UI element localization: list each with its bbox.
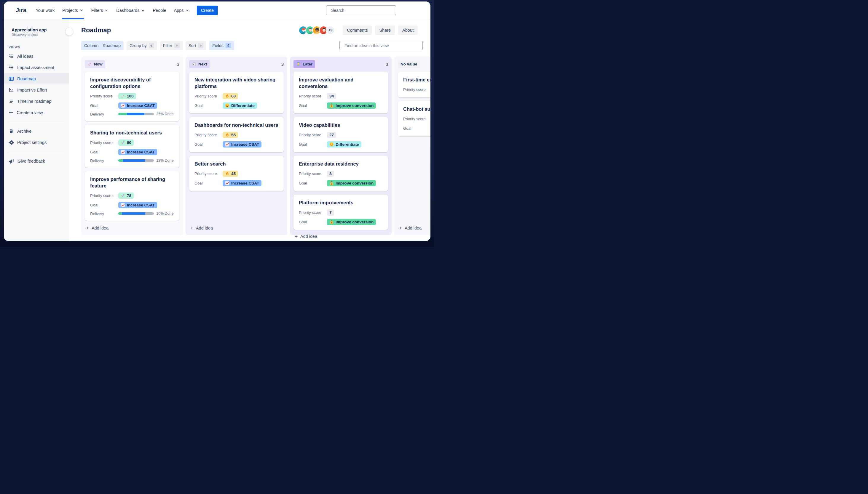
- column-cards: First-time exPriority score6Chat-bot suP…: [398, 72, 431, 136]
- field-label: Goal: [299, 181, 327, 185]
- add-idea-button[interactable]: +Add idea: [85, 221, 179, 232]
- find-idea-input[interactable]: [344, 43, 420, 48]
- field-label: Goal: [403, 126, 431, 131]
- sidebar-item-roadmap[interactable]: Roadmap: [4, 73, 69, 84]
- goal-badge: Increase CSAT: [118, 149, 157, 155]
- chip-sort[interactable]: Sort+: [185, 41, 206, 50]
- nav-item-people[interactable]: People: [153, 1, 166, 19]
- global-search-input[interactable]: [331, 8, 393, 13]
- priority-score-badge: 45: [223, 171, 238, 177]
- idea-card[interactable]: Better searchPriority score45GoalIncreas…: [189, 156, 284, 191]
- sidebar-item-timeline-roadmap[interactable]: Timeline roadmap: [4, 96, 69, 107]
- nav-item-dashboards[interactable]: Dashboards: [116, 1, 145, 19]
- idea-card[interactable]: Video capabilitiesPriority score27Goal★★…: [293, 117, 388, 152]
- about-button[interactable]: About: [398, 25, 418, 35]
- plus-icon: +: [295, 234, 297, 239]
- chip-filter[interactable]: Filter+: [160, 41, 183, 50]
- sidebar-item-project-settings[interactable]: Project settings: [4, 137, 69, 148]
- priority-score-row: Priority score78: [90, 192, 174, 199]
- idea-card[interactable]: Platform improvementsPriority score7Goal…: [293, 194, 388, 230]
- sidebar-item-label: Create a view: [17, 110, 43, 115]
- column-grouping-chip[interactable]: Column Roadmap: [81, 41, 124, 50]
- svg-text:★: ★: [332, 143, 333, 145]
- add-idea-button[interactable]: +Add idea: [293, 230, 388, 240]
- idea-card-title: Video capabilities: [299, 122, 383, 129]
- create-button[interactable]: Create: [197, 6, 218, 15]
- sidebar-item-give-feedback[interactable]: Give feedback: [4, 155, 69, 167]
- global-search[interactable]: [326, 5, 396, 15]
- nav-item-your-work[interactable]: Your work: [36, 1, 55, 19]
- field-label: Priority score: [90, 193, 118, 198]
- priority-score-value: 27: [329, 133, 334, 137]
- delivery-progress-bar: [118, 113, 154, 115]
- megaphone-icon: [8, 158, 14, 164]
- priority-score-row: Priority score6: [403, 116, 431, 122]
- sidebar-item-impact-assessment[interactable]: Impact assessment: [4, 62, 69, 73]
- avatar-overflow-badge[interactable]: +3: [326, 26, 335, 35]
- idea-card[interactable]: First-time exPriority score6: [398, 72, 431, 97]
- priority-score-row: Priority score8: [299, 171, 383, 177]
- sidebar-collapse-button[interactable]: [65, 27, 73, 36]
- idea-card[interactable]: New integration with video sharing platf…: [189, 72, 284, 113]
- idea-card[interactable]: Dashboards for non-technical usersPriori…: [189, 117, 284, 152]
- idea-card[interactable]: Chat-bot suPriority score6Goal★★: [398, 101, 431, 136]
- svg-text:★: ★: [330, 143, 331, 145]
- field-label: Goal: [299, 142, 327, 147]
- chip-fields[interactable]: Fields4: [209, 41, 234, 50]
- column-status-label: No value: [400, 62, 417, 66]
- priority-score-value: 7: [329, 210, 332, 215]
- idea-card[interactable]: Enterprise data residencyPriority score8…: [293, 156, 388, 191]
- find-idea-search[interactable]: [340, 41, 423, 50]
- idea-card-title: First-time ex: [403, 77, 431, 83]
- column-cards: Improve evaluation and conversionsPriori…: [293, 72, 388, 230]
- project-header[interactable]: Appreciation app Discovery project: [4, 27, 69, 36]
- goal-row: GoalIncrease CSAT: [90, 149, 174, 155]
- chart-increasing-icon: [121, 103, 125, 108]
- sidebar-item-impact-vs-effort[interactable]: Impact vs Effort: [4, 84, 69, 96]
- idea-card-title: Improve evaluation and conversions: [299, 77, 383, 90]
- nav-item-apps[interactable]: Apps: [174, 1, 189, 19]
- goal-row: GoalIncrease CSAT: [90, 202, 174, 208]
- contributor-avatars[interactable]: +3: [299, 26, 335, 35]
- nav-item-filters[interactable]: Filters: [91, 1, 109, 19]
- idea-card-title: Platform improvements: [299, 200, 383, 206]
- column-status-label: Next: [198, 62, 207, 66]
- idea-card[interactable]: Improve performance of sharing featurePr…: [85, 171, 179, 221]
- idea-card-title: Dashboards for non-technical users: [195, 122, 278, 129]
- sidebar-item-label: Impact assessment: [17, 65, 54, 70]
- idea-card[interactable]: Improve discoverability of configuration…: [85, 72, 179, 121]
- chip-group-by[interactable]: Group by+: [127, 41, 157, 50]
- user-avatar[interactable]: [416, 6, 426, 15]
- column-status-chip: Later: [293, 60, 315, 68]
- chart-increasing-icon: [225, 142, 230, 147]
- view-controls: Column Roadmap Group by+Filter+Sort+Fiel…: [81, 41, 431, 50]
- sidebar-item-all-ideas[interactable]: All ideas: [4, 51, 69, 62]
- priority-score-row: Priority score7: [299, 209, 383, 215]
- add-idea-button[interactable]: +Add idea: [398, 221, 431, 232]
- chevron-down-icon: [141, 8, 145, 13]
- add-idea-button[interactable]: +Add idea: [189, 221, 284, 232]
- chip-count-badge: 4: [225, 43, 231, 48]
- share-button[interactable]: Share: [375, 25, 395, 35]
- field-label: Goal: [90, 103, 118, 108]
- comments-button[interactable]: Comments: [343, 25, 372, 35]
- nav-item-projects[interactable]: Projects: [62, 1, 83, 19]
- field-label: Goal: [195, 142, 223, 147]
- sidebar-divider: [8, 152, 64, 152]
- goal-badge: $Improve conversion: [327, 102, 376, 109]
- project-sidebar: Appreciation app Discovery project VIEWS…: [4, 19, 69, 241]
- top-navbar: Jira Your workProjectsFiltersDashboardsP…: [4, 1, 431, 19]
- field-label: Priority score: [403, 117, 431, 121]
- fire-icon: [225, 94, 230, 98]
- idea-card[interactable]: Improve evaluation and conversionsPriori…: [293, 72, 388, 113]
- idea-card[interactable]: Sharing to non-technical usersPriority s…: [85, 125, 179, 168]
- sidebar-item-archive[interactable]: Archive: [4, 126, 69, 137]
- jira-logo[interactable]: Jira: [14, 7, 26, 14]
- column-status-chip: Now: [85, 60, 105, 68]
- sidebar-item-label: Project settings: [17, 140, 47, 145]
- priority-score-badge: 55: [223, 132, 238, 138]
- sidebar-item-label: Give feedback: [18, 159, 45, 164]
- priority-score-badge: 78: [118, 192, 134, 199]
- column-status-label: Later: [303, 62, 312, 66]
- sidebar-item-create-a-view[interactable]: Create a view: [4, 107, 69, 118]
